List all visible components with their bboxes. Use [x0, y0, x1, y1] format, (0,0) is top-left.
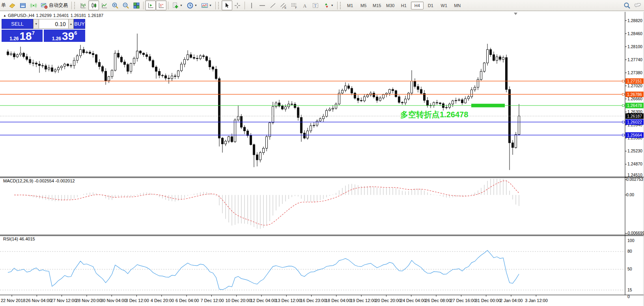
periods-icon	[187, 2, 194, 9]
toolbar-separator	[215, 2, 216, 9]
line-chart-button[interactable]	[99, 0, 110, 10]
timeframe-H1[interactable]: H1	[398, 2, 410, 9]
zoom-in-button[interactable]	[110, 0, 120, 10]
chart-shift-button[interactable]	[156, 0, 166, 10]
trendline-icon	[269, 2, 276, 9]
price-tick-label: 1.25230	[627, 148, 642, 153]
level-endpoint-marker[interactable]	[622, 134, 624, 136]
autotrade-button[interactable]: 自动交易	[39, 0, 70, 10]
horizontal-line-button[interactable]	[257, 0, 268, 10]
price-tick-label: 1.24510	[627, 173, 642, 177]
equidistant-channel-button[interactable]: E	[278, 0, 289, 10]
time-tick-label: 30 Nov 04:00	[101, 298, 126, 303]
templates-button[interactable]: ▼	[199, 0, 214, 10]
terminal-button[interactable]	[17, 0, 28, 10]
buy-button[interactable]: BUY	[74, 19, 85, 29]
time-tick-label: 4 Dec 20:00	[151, 298, 174, 303]
search-button[interactable]	[622, 0, 632, 10]
macd-layer	[14, 179, 519, 229]
bar-chart-button[interactable]	[78, 0, 88, 10]
ohlc-low: 1.26181	[71, 13, 86, 18]
timeframe-M1[interactable]: M1	[344, 2, 357, 9]
autotrade-icon	[41, 2, 48, 9]
price-tick-label: 1.27380	[627, 70, 642, 75]
chat-icon	[634, 2, 641, 9]
symbol-marker-icon: ▲	[3, 14, 6, 17]
crosshair-icon	[234, 2, 241, 9]
chart-shift-marker[interactable]	[514, 13, 517, 15]
zoom-in-icon	[112, 2, 119, 9]
level-endpoint-marker[interactable]	[622, 80, 624, 82]
zoom-out-button[interactable]	[120, 0, 131, 10]
tile-windows-button[interactable]	[131, 0, 142, 10]
macd-tick-label: 0.002753	[626, 177, 643, 182]
turning-point-annotation[interactable]: 多空转折点1.26478	[400, 110, 468, 119]
tile-windows-icon	[133, 2, 140, 9]
zoom-out-icon	[122, 2, 129, 9]
level-endpoint-marker[interactable]	[622, 121, 624, 123]
timeframe-H4[interactable]: H4	[411, 2, 424, 9]
timeframe-MN[interactable]: MN	[451, 2, 464, 9]
vertical-line-button[interactable]	[246, 0, 257, 10]
fibonacci-icon: F	[291, 2, 298, 9]
time-tick-label: 27 Dec 16:00	[450, 298, 476, 303]
volume-input[interactable]	[39, 19, 68, 29]
time-tick-label: 3 Jan 12:00	[525, 298, 548, 303]
toolbar-drag-handle[interactable]	[340, 2, 342, 9]
sell-price-sup: 7	[32, 30, 35, 36]
toolbar-separator	[168, 2, 168, 9]
new-order-button[interactable]	[7, 0, 17, 10]
toolbar-separator	[337, 2, 338, 9]
sell-price-small: 1.26	[9, 36, 19, 41]
trendline-button[interactable]	[268, 0, 278, 10]
rsi-tick-label: 50	[627, 267, 632, 271]
time-tick-label: 10 Dec 20:00	[226, 298, 251, 303]
svg-text:A: A	[303, 3, 307, 8]
volume-step-up[interactable]: ▲	[68, 19, 74, 29]
level-endpoint-marker[interactable]	[622, 93, 624, 95]
chevron-down-icon: ▼	[194, 4, 197, 7]
sell-price-big: 18	[19, 31, 32, 41]
chat-button[interactable]	[632, 0, 643, 10]
chart-title: GBPUSD-,H4	[8, 13, 34, 18]
indicators-button[interactable]: ▼	[170, 0, 185, 10]
terminal-icon	[19, 2, 26, 9]
level-price-label: 1.26187	[627, 114, 642, 118]
timeframe-M30[interactable]: M30	[384, 2, 397, 9]
buy-price-big: 39	[62, 31, 74, 41]
new-order-label-partial[interactable]: 单	[1, 2, 6, 9]
arrows-button[interactable]: ▼	[321, 0, 336, 10]
time-tick-label: 20 Dec 20:00	[375, 298, 401, 303]
toolbar-drag-handle[interactable]	[218, 2, 220, 9]
auto-scroll-button[interactable]	[145, 0, 156, 10]
timeframe-W1[interactable]: W1	[438, 2, 450, 9]
buy-price[interactable]: 1.26 39 6	[44, 30, 85, 42]
candles-layer	[7, 34, 520, 170]
text-button[interactable]: A	[300, 0, 310, 10]
signals-button[interactable]	[28, 0, 39, 10]
chart-canvas[interactable]: 多空转折点1.264781.288201.284601.281001.27740…	[0, 0, 644, 306]
volume-step-down[interactable]: ▼	[33, 19, 39, 29]
sell-price[interactable]: 1.26 18 7	[2, 30, 43, 42]
time-tick-label: 12 Dec 04:00	[250, 298, 276, 303]
timeframe-M15[interactable]: M15	[371, 2, 383, 9]
templates-icon	[201, 2, 208, 9]
thick-level-segment[interactable]	[471, 104, 505, 107]
level-endpoint-marker[interactable]	[622, 105, 624, 107]
text-label-button[interactable]: T	[310, 0, 321, 10]
ohlc-high: 1.26401	[53, 13, 69, 18]
time-tick-label: 27 Nov 12:00	[51, 298, 77, 303]
rsi-tick-label: 100	[627, 238, 635, 243]
timeframe-M5[interactable]: M5	[357, 2, 370, 9]
level-price-label: 1.25664	[627, 133, 642, 137]
chevron-down-icon: ▼	[180, 4, 183, 7]
toolbar-drag-handle[interactable]	[74, 2, 76, 9]
candlestick-button[interactable]	[88, 0, 99, 10]
timeframe-D1[interactable]: D1	[424, 2, 437, 9]
crosshair-button[interactable]	[232, 0, 243, 10]
cursor-button[interactable]	[222, 0, 232, 10]
periods-button[interactable]: ▼	[185, 0, 199, 10]
macd-tick-label: -0.006699	[626, 231, 644, 235]
fibonacci-button[interactable]: F	[289, 0, 300, 10]
sell-button[interactable]: SELL	[2, 19, 33, 29]
